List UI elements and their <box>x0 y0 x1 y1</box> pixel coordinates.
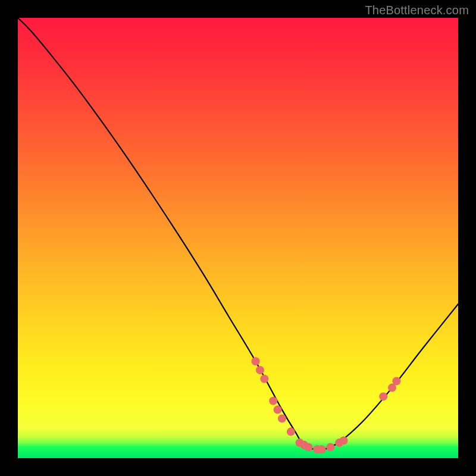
chart-svg <box>18 18 458 458</box>
marker-dot <box>379 392 387 400</box>
marker-dot <box>340 436 348 444</box>
plot-area <box>18 18 458 458</box>
highlighted-points <box>252 357 401 453</box>
marker-dot <box>326 443 334 452</box>
marker-dot <box>392 377 400 386</box>
marker-dot <box>278 414 286 422</box>
marker-dot <box>256 366 264 374</box>
marker-dot <box>318 445 326 453</box>
marker-dot <box>304 443 312 452</box>
marker-dot <box>260 375 268 383</box>
marker-dot <box>269 397 277 405</box>
chart-frame: TheBottleneck.com <box>0 0 476 476</box>
watermark-text: TheBottleneck.com <box>365 4 469 17</box>
marker-dot <box>252 357 260 365</box>
marker-dot <box>274 406 282 414</box>
marker-dot <box>287 428 295 436</box>
